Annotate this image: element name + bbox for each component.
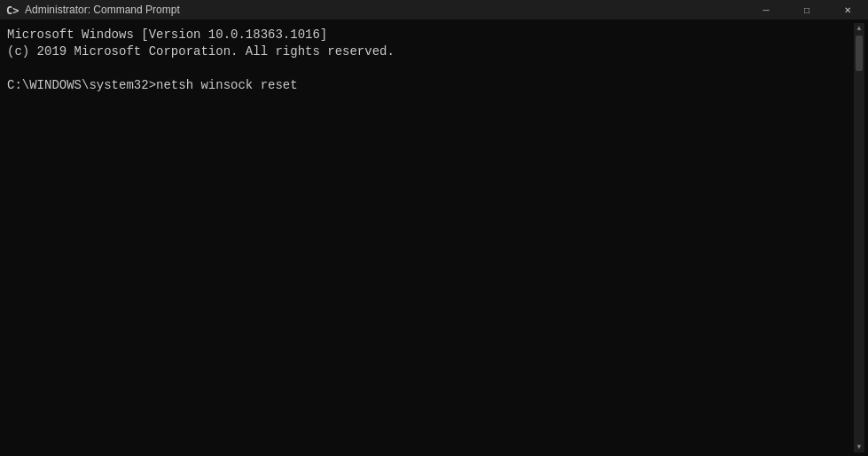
terminal-line (7, 347, 848, 364)
terminal-line (7, 381, 848, 397)
terminal-line: C:\WINDOWS\system32>netsh winsock reset (7, 77, 848, 94)
terminal-line (7, 195, 848, 212)
terminal-line (7, 60, 848, 77)
terminal-line (7, 246, 848, 263)
terminal-content: Microsoft Windows [Version 10.0.18363.10… (2, 23, 854, 452)
terminal-line (7, 128, 848, 145)
terminal-line (7, 94, 848, 111)
maximize-button[interactable]: □ (786, 0, 827, 20)
terminal-line (7, 212, 848, 229)
titlebar-controls: ─ □ ✕ (746, 0, 868, 20)
scroll-up-arrow[interactable]: ▲ (854, 23, 864, 34)
titlebar-title: Administrator: Command Prompt (25, 4, 180, 16)
scrollbar-track[interactable]: ▲ ▼ (854, 23, 864, 452)
terminal-line (7, 111, 848, 128)
titlebar: C> Administrator: Command Prompt ─ □ ✕ (0, 0, 868, 20)
scrollbar-thumb-area[interactable] (854, 34, 864, 442)
terminal-body[interactable]: Microsoft Windows [Version 10.0.18363.10… (0, 20, 868, 456)
titlebar-left: C> Administrator: Command Prompt (5, 3, 180, 17)
terminal-line (7, 279, 848, 296)
cmd-icon: C> (5, 3, 20, 17)
terminal-line (7, 178, 848, 195)
terminal-line: Microsoft Windows [Version 10.0.18363.10… (7, 27, 848, 43)
cmd-window: C> Administrator: Command Prompt ─ □ ✕ M… (0, 0, 868, 456)
terminal-line (7, 364, 848, 381)
terminal-line: (c) 2019 Microsoft Corporation. All righ… (7, 43, 848, 60)
minimize-button[interactable]: ─ (746, 0, 786, 20)
scrollbar-thumb[interactable] (856, 35, 863, 71)
terminal-line (7, 313, 848, 330)
terminal-line (7, 161, 848, 178)
terminal-line (7, 431, 848, 448)
terminal-line (7, 296, 848, 313)
terminal-line (7, 414, 848, 431)
terminal-line (7, 330, 848, 347)
terminal-line (7, 397, 848, 414)
svg-text:C>: C> (6, 4, 19, 17)
scroll-down-arrow[interactable]: ▼ (854, 442, 864, 452)
close-button[interactable]: ✕ (827, 0, 868, 20)
terminal-line (7, 229, 848, 246)
terminal-line (7, 145, 848, 161)
terminal-line (7, 263, 848, 279)
